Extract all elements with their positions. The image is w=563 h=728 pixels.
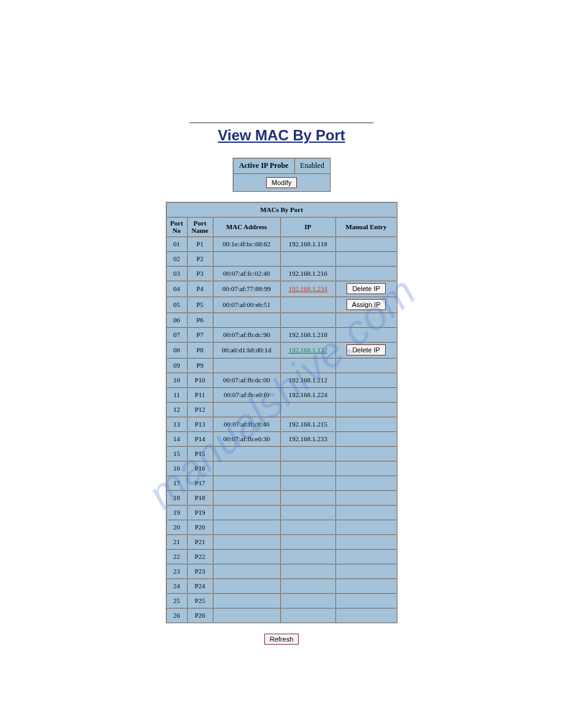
table-row: 12P12	[166, 402, 397, 417]
cell-ip	[280, 358, 335, 373]
table-row: 05P500:07:af:00:eb:51Assign IP	[166, 297, 397, 313]
cell-mac: 00:07:af:fc:02:40	[213, 266, 280, 281]
cell-mac: 00:07:af:77:88:99	[213, 281, 280, 297]
cell-port-no: 24	[166, 578, 187, 593]
cell-port-no: 17	[166, 476, 187, 490]
cell-mac: 00:1e:4f:bc:68:62	[213, 237, 280, 251]
cell-port-name: P9	[187, 358, 213, 373]
table-row: 11P1100:07:af:fb:e0:f0192.168.1.224	[166, 387, 397, 402]
header-ip: IP	[280, 217, 335, 237]
cell-manual	[335, 608, 397, 623]
table-row: 26P26	[166, 608, 397, 623]
cell-port-name: P4	[187, 281, 213, 297]
cell-port-name: P23	[187, 564, 213, 578]
cell-manual	[335, 505, 397, 520]
cell-port-no: 20	[166, 520, 187, 534]
cell-mac	[213, 534, 280, 549]
cell-ip	[280, 593, 335, 608]
cell-mac	[213, 505, 280, 520]
cell-port-no: 11	[166, 387, 187, 402]
page-container: View MAC By Port Active IP Probe Enabled…	[0, 0, 563, 645]
cell-ip: 192.168.1.216	[280, 266, 335, 281]
table-row: 13P1300:07:af:ff:c8:40192.168.1.215	[166, 417, 397, 431]
cell-manual	[335, 251, 397, 266]
cell-port-name: P17	[187, 476, 213, 490]
ip-value: 192.168.1.212	[288, 376, 327, 384]
probe-status: Enabled	[294, 158, 330, 173]
header-port-name: Port Name	[187, 217, 213, 237]
table-row: 04P400:07:af:77:88:99192.168.1.234Delete…	[166, 281, 397, 297]
ip-value[interactable]: 192.168.1.234	[288, 285, 327, 292]
refresh-button[interactable]: Refresh	[264, 634, 299, 645]
cell-port-no: 09	[166, 358, 187, 373]
table-row: 02P2	[166, 251, 397, 266]
cell-ip	[280, 402, 335, 417]
cell-manual	[335, 431, 397, 446]
cell-mac	[213, 578, 280, 593]
delete-ip-button[interactable]: Delete IP	[347, 344, 385, 355]
cell-ip: 192.168.1.215	[280, 417, 335, 431]
cell-ip	[280, 549, 335, 564]
cell-manual: Delete IP	[335, 342, 397, 358]
cell-manual	[335, 564, 397, 578]
cell-manual	[335, 327, 397, 342]
cell-mac: 00:a0:d1:b8:d0:1d	[213, 342, 280, 358]
cell-port-name: P11	[187, 387, 213, 402]
table-row: 25P25	[166, 593, 397, 608]
cell-mac	[213, 402, 280, 417]
table-row: 09P9	[166, 358, 397, 373]
cell-mac	[213, 476, 280, 490]
table-row: 24P24	[166, 578, 397, 593]
cell-ip	[280, 313, 335, 327]
assign-ip-button[interactable]: Assign IP	[347, 299, 386, 310]
cell-ip: 192.168.1.218	[280, 327, 335, 342]
cell-ip: 192.168.1.234	[280, 281, 335, 297]
ip-value: 192.168.1.215	[288, 420, 327, 428]
cell-port-name: P10	[187, 373, 213, 387]
cell-port-name: P25	[187, 593, 213, 608]
title-rule	[190, 123, 373, 123]
cell-port-no: 02	[166, 251, 187, 266]
cell-manual	[335, 461, 397, 476]
page-title: View MAC By Port	[218, 127, 345, 144]
cell-manual	[335, 593, 397, 608]
cell-mac: 00:07:af:fb:e6:30	[213, 431, 280, 446]
cell-port-no: 07	[166, 327, 187, 342]
cell-port-name: P7	[187, 327, 213, 342]
cell-mac	[213, 446, 280, 461]
cell-ip	[280, 578, 335, 593]
table-row: 20P20	[166, 520, 397, 534]
cell-mac	[213, 490, 280, 505]
cell-port-name: P20	[187, 520, 213, 534]
cell-ip	[280, 534, 335, 549]
table-row: 10P1000:07:af:fb:dc:00192.168.1.212	[166, 373, 397, 387]
cell-manual	[335, 387, 397, 402]
modify-button[interactable]: Modify	[266, 177, 297, 188]
cell-port-no: 14	[166, 431, 187, 446]
table-row: 17P17	[166, 476, 397, 490]
cell-port-no: 26	[166, 608, 187, 623]
cell-port-name: P24	[187, 578, 213, 593]
cell-mac	[213, 313, 280, 327]
cell-ip: 192.168.1.132	[280, 342, 335, 358]
cell-mac	[213, 564, 280, 578]
table-row: 21P21	[166, 534, 397, 549]
cell-port-name: P15	[187, 446, 213, 461]
cell-ip	[280, 608, 335, 623]
header-port-no: Port No	[166, 217, 187, 237]
cell-port-no: 23	[166, 564, 187, 578]
cell-port-name: P3	[187, 266, 213, 281]
cell-manual: Assign IP	[335, 297, 397, 313]
cell-manual	[335, 490, 397, 505]
table-row: 01P100:1e:4f:bc:68:62192.168.1.118	[166, 237, 397, 251]
table-caption: MACs By Port	[166, 202, 397, 217]
ip-value: 192.168.1.218	[288, 331, 327, 338]
cell-ip	[280, 490, 335, 505]
cell-port-no: 05	[166, 297, 187, 313]
ip-value: 192.168.1.216	[288, 270, 327, 277]
cell-port-name: P26	[187, 608, 213, 623]
ip-value[interactable]: 192.168.1.132	[288, 346, 327, 354]
delete-ip-button[interactable]: Delete IP	[347, 283, 385, 294]
table-row: 23P23	[166, 564, 397, 578]
cell-manual	[335, 313, 397, 327]
